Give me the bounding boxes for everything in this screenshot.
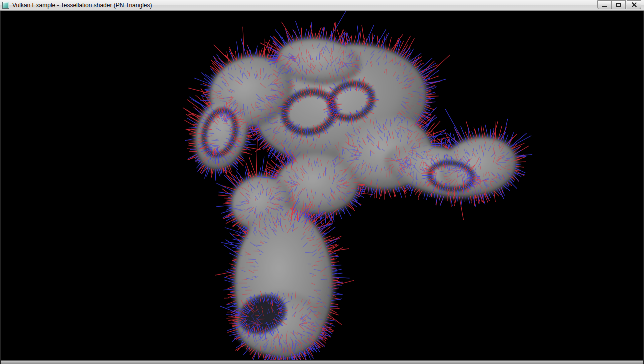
- app-icon: [2, 2, 10, 9]
- titlebar[interactable]: Vulkan Example - Tessellation shader (PN…: [0, 0, 644, 11]
- close-icon: [632, 2, 638, 8]
- minimize-button[interactable]: [598, 0, 612, 10]
- render-canvas: [1, 11, 643, 364]
- close-button[interactable]: [627, 0, 642, 10]
- maximize-icon: [616, 3, 621, 7]
- window-title: Vulkan Example - Tessellation shader (PN…: [12, 2, 152, 9]
- render-viewport[interactable]: [0, 11, 644, 364]
- window-bottom-border: [1, 360, 643, 364]
- minimize-icon: [602, 6, 607, 8]
- maximize-button[interactable]: [612, 0, 626, 10]
- window-controls: [598, 0, 642, 11]
- app-window: Vulkan Example - Tessellation shader (PN…: [0, 0, 644, 364]
